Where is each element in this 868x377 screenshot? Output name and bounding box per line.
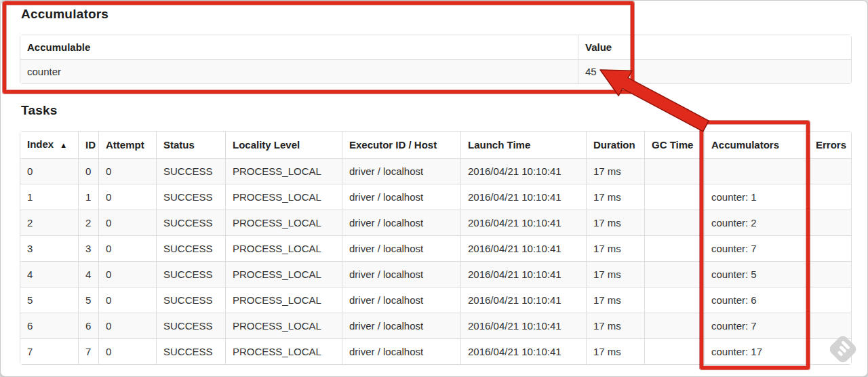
gc-time-cell xyxy=(644,313,704,338)
table-row: 7 7 0 SUCCESS PROCESS_LOCAL driver / loc… xyxy=(20,338,851,364)
gc-time-cell xyxy=(644,287,704,313)
executor-host-column-header[interactable]: Executor ID / Host xyxy=(342,132,460,158)
errors-column-header[interactable]: Errors xyxy=(808,132,851,158)
gc-time-cell xyxy=(644,235,704,261)
duration-cell: 17 ms xyxy=(586,287,644,313)
errors-cell xyxy=(808,287,851,313)
table-row: counter 45 xyxy=(20,59,851,83)
attempt-column-header[interactable]: Attempt xyxy=(98,132,156,158)
table-row: 4 4 0 SUCCESS PROCESS_LOCAL driver / loc… xyxy=(20,261,851,287)
locality-cell: PROCESS_LOCAL xyxy=(225,235,342,261)
errors-cell xyxy=(808,261,851,287)
index-cell: 4 xyxy=(20,261,78,287)
accumulators-cell: counter: 7 xyxy=(704,313,808,338)
status-cell: SUCCESS xyxy=(156,184,225,210)
locality-cell: PROCESS_LOCAL xyxy=(225,338,342,364)
attempt-cell: 0 xyxy=(98,235,156,261)
executor-cell: driver / localhost xyxy=(342,313,460,338)
accumulators-cell: counter: 1 xyxy=(704,184,808,210)
locality-cell: PROCESS_LOCAL xyxy=(225,287,342,313)
accumulators-cell: counter: 7 xyxy=(704,235,808,261)
locality-cell: PROCESS_LOCAL xyxy=(225,261,342,287)
accumulable-name-cell: counter xyxy=(20,59,578,83)
table-row: 0 0 0 SUCCESS PROCESS_LOCAL driver / loc… xyxy=(20,158,851,184)
attempt-cell: 0 xyxy=(98,313,156,338)
locality-cell: PROCESS_LOCAL xyxy=(225,210,342,235)
executor-cell: driver / localhost xyxy=(342,158,460,184)
accumulators-column-header[interactable]: Accumulators xyxy=(704,132,808,158)
attempt-cell: 0 xyxy=(98,184,156,210)
index-cell: 1 xyxy=(20,184,78,210)
id-cell: 5 xyxy=(78,287,98,313)
duration-cell: 17 ms xyxy=(586,158,644,184)
sort-ascending-icon: ▲ xyxy=(60,141,67,149)
locality-cell: PROCESS_LOCAL xyxy=(225,184,342,210)
gc-time-cell xyxy=(644,338,704,364)
executor-cell: driver / localhost xyxy=(342,287,460,313)
index-column-header[interactable]: Index▲ xyxy=(20,132,78,158)
gc-time-cell xyxy=(644,184,704,210)
status-cell: SUCCESS xyxy=(156,235,225,261)
index-cell: 6 xyxy=(20,313,78,338)
index-cell: 2 xyxy=(20,210,78,235)
accumulable-table: Accumulable Value counter 45 xyxy=(20,35,852,84)
id-cell: 4 xyxy=(78,261,98,287)
value-column-header: Value xyxy=(578,35,851,59)
status-cell: SUCCESS xyxy=(156,287,225,313)
index-cell: 5 xyxy=(20,287,78,313)
errors-cell xyxy=(808,158,851,184)
index-header-label: Index xyxy=(27,138,54,150)
duration-cell: 17 ms xyxy=(586,313,644,338)
launch-time-cell: 2016/04/21 10:10:41 xyxy=(460,313,586,338)
table-header-row: Accumulable Value xyxy=(20,35,851,59)
table-row: 3 3 0 SUCCESS PROCESS_LOCAL driver / loc… xyxy=(20,235,851,261)
accumulators-cell: counter: 2 xyxy=(704,210,808,235)
duration-cell: 17 ms xyxy=(586,338,644,364)
index-cell: 3 xyxy=(20,235,78,261)
duration-cell: 17 ms xyxy=(586,184,644,210)
table-row: 6 6 0 SUCCESS PROCESS_LOCAL driver / loc… xyxy=(20,313,851,338)
table-row: 5 5 0 SUCCESS PROCESS_LOCAL driver / loc… xyxy=(20,287,851,313)
spark-stage-page: Accumulators Accumulable Value counter 4… xyxy=(0,0,868,377)
attempt-cell: 0 xyxy=(98,210,156,235)
errors-cell xyxy=(808,210,851,235)
gc-time-column-header[interactable]: GC Time xyxy=(644,132,704,158)
id-cell: 3 xyxy=(78,235,98,261)
table-row: 1 1 0 SUCCESS PROCESS_LOCAL driver / loc… xyxy=(20,184,851,210)
launch-time-cell: 2016/04/21 10:10:41 xyxy=(460,184,586,210)
executor-cell: driver / localhost xyxy=(342,184,460,210)
accumulators-cell xyxy=(704,158,808,184)
id-cell: 2 xyxy=(78,210,98,235)
attempt-cell: 0 xyxy=(98,338,156,364)
launch-time-cell: 2016/04/21 10:10:41 xyxy=(460,287,586,313)
id-cell: 6 xyxy=(78,313,98,338)
table-header-row: Index▲ ID Attempt Status Locality Level … xyxy=(20,132,851,158)
status-cell: SUCCESS xyxy=(156,338,225,364)
locality-cell: PROCESS_LOCAL xyxy=(225,158,342,184)
launch-time-cell: 2016/04/21 10:10:41 xyxy=(460,210,586,235)
duration-cell: 17 ms xyxy=(586,261,644,287)
table-row: 2 2 0 SUCCESS PROCESS_LOCAL driver / loc… xyxy=(20,210,851,235)
gc-time-cell xyxy=(644,158,704,184)
id-cell: 0 xyxy=(78,158,98,184)
gc-time-cell xyxy=(644,210,704,235)
duration-cell: 17 ms xyxy=(586,210,644,235)
id-column-header[interactable]: ID xyxy=(78,132,98,158)
status-cell: SUCCESS xyxy=(156,261,225,287)
errors-cell xyxy=(808,184,851,210)
status-column-header[interactable]: Status xyxy=(156,132,225,158)
locality-level-column-header[interactable]: Locality Level xyxy=(225,132,342,158)
executor-cell: driver / localhost xyxy=(342,338,460,364)
tasks-table: Index▲ ID Attempt Status Locality Level … xyxy=(20,131,852,365)
id-cell: 1 xyxy=(78,184,98,210)
status-cell: SUCCESS xyxy=(156,210,225,235)
tasks-section-title: Tasks xyxy=(21,103,57,118)
errors-cell xyxy=(808,235,851,261)
accumulators-cell: counter: 6 xyxy=(704,287,808,313)
executor-cell: driver / localhost xyxy=(342,235,460,261)
gc-time-cell xyxy=(644,261,704,287)
accumulable-value-cell: 45 xyxy=(578,59,851,83)
accumulators-cell: counter: 5 xyxy=(704,261,808,287)
launch-time-column-header[interactable]: Launch Time xyxy=(460,132,586,158)
duration-column-header[interactable]: Duration xyxy=(586,132,644,158)
